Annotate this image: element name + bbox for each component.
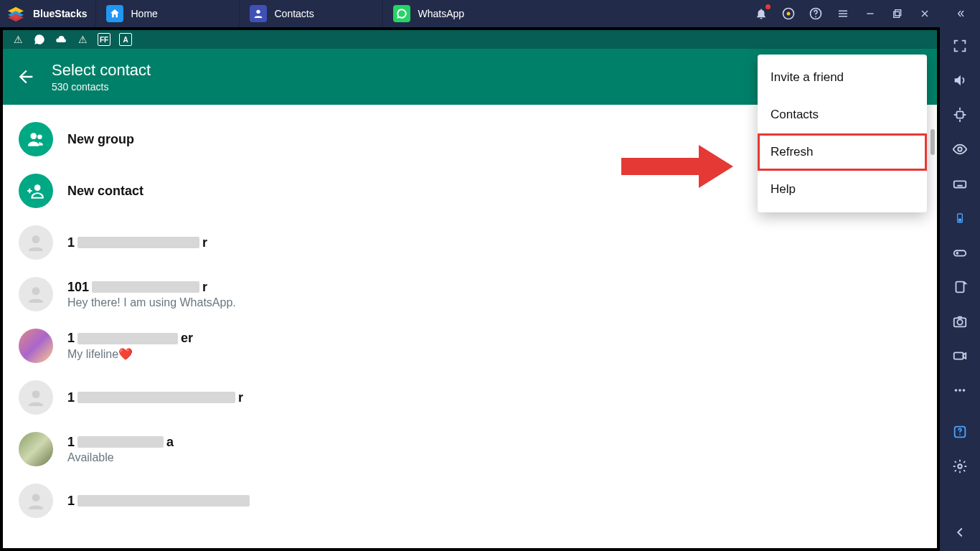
whatsapp-status-icon: [33, 33, 46, 46]
contact-row[interactable]: 1er My lifeline❤️: [3, 320, 937, 372]
menu-invite-friend[interactable]: Invite a friend: [758, 59, 927, 96]
contact-name: 1r: [67, 235, 921, 250]
avatar: [19, 277, 53, 311]
svg-point-34: [32, 287, 40, 295]
back-arrow-icon[interactable]: [951, 524, 969, 541]
notification-badge: [765, 4, 771, 9]
contact-name: 1r: [67, 390, 921, 405]
contact-row[interactable]: 1a Available: [3, 423, 937, 475]
svg-rect-23: [954, 352, 963, 359]
svg-point-24: [955, 389, 958, 392]
add-contact-icon: [19, 174, 53, 208]
annotation-arrow: [621, 145, 745, 188]
bluestacks-side-toolbar: [940, 27, 980, 551]
record-icon[interactable]: [951, 347, 969, 364]
svg-point-22: [957, 319, 962, 324]
contact-status: Available: [67, 451, 921, 464]
close-icon[interactable]: [917, 6, 933, 22]
svg-rect-18: [958, 219, 961, 222]
tab-contacts[interactable]: Contacts: [239, 0, 382, 27]
svg-rect-14: [956, 111, 963, 118]
tab-home[interactable]: Home: [95, 0, 239, 27]
overflow-menu: Invite a friend Contacts Refresh Help: [758, 55, 927, 212]
svg-point-31: [37, 135, 42, 140]
svg-point-25: [958, 389, 961, 392]
svg-point-30: [30, 133, 37, 139]
camera-icon[interactable]: [951, 313, 969, 330]
support-icon[interactable]: [951, 423, 969, 441]
contact-name: 101r: [67, 280, 921, 295]
avatar: [19, 432, 53, 466]
avatar: [19, 329, 53, 363]
whatsapp-app: ⚠ ⚠ FF A Select contact 530 contacts: [3, 30, 937, 548]
menu-help[interactable]: Help: [758, 171, 927, 208]
warning-icon: ⚠: [11, 33, 24, 46]
bluestacks-titlebar: BlueStacks Home Contacts WhatsApp: [0, 0, 980, 27]
svg-point-32: [34, 184, 41, 191]
gamepad-icon[interactable]: [951, 244, 969, 261]
eye-icon[interactable]: [951, 141, 969, 158]
a-icon: A: [119, 33, 132, 46]
avatar: [19, 484, 53, 518]
contact-row[interactable]: 101r Hey there! I am using WhatsApp.: [3, 268, 937, 320]
avatar: [19, 225, 53, 260]
tab-home-label: Home: [131, 8, 157, 19]
location-icon[interactable]: [951, 106, 969, 123]
whatsapp-app-icon: [393, 5, 410, 22]
warning2-icon: ⚠: [76, 33, 89, 46]
svg-rect-19: [954, 250, 966, 255]
svg-point-15: [958, 147, 962, 151]
minimize-icon[interactable]: [862, 6, 878, 22]
device-icon[interactable]: [951, 209, 969, 227]
tab-whatsapp-label: WhatsApp: [418, 8, 464, 19]
back-button[interactable]: [16, 67, 36, 87]
svg-rect-13: [894, 11, 900, 17]
volume-icon[interactable]: [951, 72, 969, 89]
contact-row[interactable]: 1r: [3, 217, 937, 268]
rotate-icon[interactable]: [951, 278, 969, 296]
android-emulator-stage: ⚠ ⚠ FF A Select contact 530 contacts: [0, 27, 940, 551]
ff-icon: FF: [98, 33, 110, 46]
help-icon[interactable]: [808, 6, 824, 22]
home-icon: [106, 5, 123, 22]
group-icon: [19, 122, 53, 156]
menu-contacts[interactable]: Contacts: [758, 96, 927, 133]
tab-contacts-label: Contacts: [274, 8, 314, 19]
svg-point-5: [787, 12, 791, 16]
svg-rect-20: [956, 282, 964, 293]
bluestacks-name: BlueStacks: [33, 8, 87, 19]
contact-name: 1: [67, 494, 921, 509]
android-statusbar: ⚠ ⚠ FF A: [3, 30, 937, 49]
points-icon[interactable]: [781, 6, 796, 22]
svg-point-26: [963, 389, 966, 392]
svg-point-29: [958, 464, 962, 468]
menu-refresh[interactable]: Refresh: [758, 133, 927, 171]
contact-name: 1er: [67, 331, 921, 346]
contact-row[interactable]: 1: [3, 475, 937, 527]
svg-point-28: [959, 434, 961, 435]
notifications-icon[interactable]: [753, 6, 769, 22]
contact-status: My lifeline❤️: [67, 347, 921, 361]
svg-rect-16: [954, 181, 966, 187]
svg-point-36: [32, 494, 40, 501]
cloud-icon: [55, 33, 67, 46]
svg-rect-12: [895, 10, 901, 16]
svg-rect-9: [839, 13, 847, 14]
settings-gear-icon[interactable]: [951, 458, 969, 475]
contact-row[interactable]: 1r: [3, 372, 937, 423]
svg-point-3: [257, 10, 260, 14]
fullscreen-icon[interactable]: [951, 37, 969, 55]
scrollbar-thumb[interactable]: [930, 129, 935, 155]
svg-rect-11: [867, 13, 873, 14]
svg-rect-10: [839, 16, 847, 17]
keyboard-icon[interactable]: [951, 175, 969, 192]
more-icon[interactable]: [951, 382, 969, 399]
svg-rect-8: [839, 11, 847, 12]
contact-status: Hey there! I am using WhatsApp.: [67, 296, 921, 309]
avatar: [19, 380, 53, 415]
hamburger-menu-icon[interactable]: [835, 6, 851, 22]
tab-whatsapp[interactable]: WhatsApp: [382, 0, 526, 27]
maximize-icon[interactable]: [890, 6, 905, 22]
svg-point-35: [32, 390, 40, 398]
collapse-sidebar-icon[interactable]: [954, 6, 970, 22]
